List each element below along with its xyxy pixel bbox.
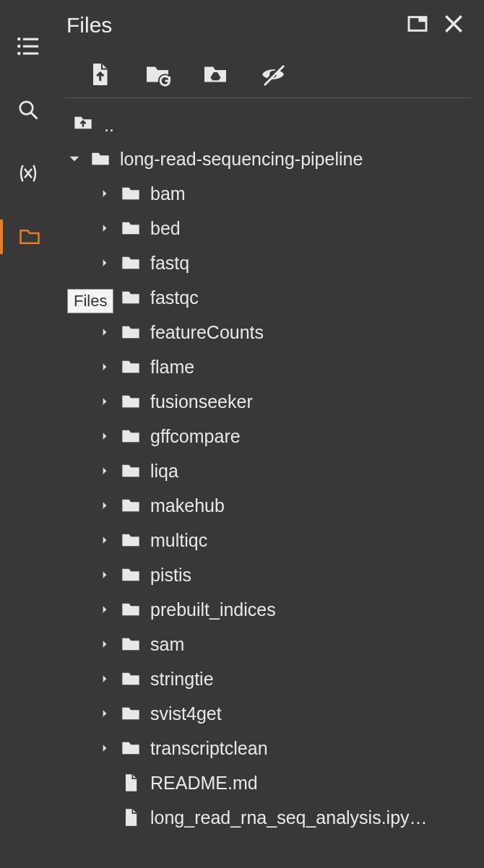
variables-icon	[17, 162, 39, 184]
folder-icon	[120, 599, 142, 620]
folder-icon	[120, 669, 142, 689]
folder-icon	[90, 149, 111, 169]
chevron-right-icon	[98, 570, 111, 579]
refresh-button[interactable]	[144, 61, 170, 87]
folder-icon	[120, 322, 142, 342]
chevron-right-icon	[98, 259, 111, 267]
folder-row[interactable]: multiqc	[98, 523, 471, 557]
folder-row[interactable]: makehub	[98, 488, 471, 523]
folder-row[interactable]: bam	[98, 176, 471, 211]
mount-drive-button[interactable]	[202, 61, 228, 87]
search-icon	[17, 99, 39, 121]
folder-row[interactable]: sam	[98, 627, 471, 661]
parent-label: ..	[104, 115, 114, 136]
folder-up-icon	[72, 113, 94, 137]
tree-item-label: featureCounts	[150, 322, 264, 343]
panel-title: Files	[66, 13, 112, 38]
svg-rect-9	[418, 17, 426, 22]
upload-button[interactable]	[87, 61, 113, 87]
tree-item-label: makehub	[150, 495, 225, 516]
variables-button[interactable]	[0, 156, 56, 191]
close-panel-button[interactable]	[442, 12, 465, 38]
folder-icon	[120, 495, 142, 516]
folder-row[interactable]: pistis	[98, 557, 471, 592]
tree-item-label: bed	[150, 218, 181, 239]
sidebar-tooltip: Files	[67, 289, 113, 313]
folder-icon	[120, 183, 142, 204]
close-icon	[442, 12, 465, 35]
chevron-right-icon	[98, 466, 111, 475]
folder-row[interactable]: bed	[98, 211, 471, 246]
chevron-right-icon	[98, 397, 111, 406]
folder-row[interactable]: liqa	[98, 453, 471, 488]
chevron-right-icon	[98, 674, 111, 683]
folder-row[interactable]: fusionseeker	[98, 384, 471, 419]
toc-icon	[16, 34, 40, 58]
svg-rect-5	[23, 53, 38, 55]
tree-item-label: prebuilt_indices	[150, 599, 276, 620]
file-icon	[120, 807, 142, 828]
tree-item-label: liqa	[150, 461, 178, 482]
root-folder-label: long-read-sequencing-pipeline	[120, 149, 363, 170]
chevron-right-icon	[98, 744, 111, 752]
chevron-right-icon	[98, 536, 111, 544]
chevron-right-icon	[98, 501, 111, 510]
folder-icon	[120, 218, 142, 238]
folder-icon	[120, 357, 142, 377]
tree-item-label: svist4get	[150, 703, 222, 724]
tree-item-label: long_read_rna_seq_analysis.ipy…	[150, 807, 428, 828]
folder-icon	[120, 703, 142, 724]
tree-item-label: pistis	[150, 565, 191, 586]
popout-button[interactable]	[406, 12, 429, 38]
folder-row[interactable]: svist4get	[98, 696, 471, 731]
folder-row[interactable]: gffcompare	[98, 419, 471, 453]
root-folder-row[interactable]: long-read-sequencing-pipeline	[68, 142, 471, 176]
file-row[interactable]: README.md	[98, 765, 471, 800]
file-tree: .. long-read-sequencing-pipeline bambedf…	[56, 98, 471, 835]
svg-point-2	[17, 45, 21, 48]
chevron-right-icon	[98, 605, 111, 614]
refresh-folder-icon	[144, 61, 170, 87]
table-of-contents-button[interactable]	[0, 29, 56, 64]
folder-icon	[120, 738, 142, 758]
folder-icon	[120, 565, 142, 585]
search-button[interactable]	[0, 92, 56, 127]
folder-row[interactable]: prebuilt_indices	[98, 592, 471, 627]
chevron-right-icon	[98, 224, 111, 233]
folder-icon	[120, 391, 142, 412]
chevron-down-icon	[68, 153, 81, 165]
popout-icon	[406, 12, 429, 35]
chevron-right-icon	[98, 432, 111, 440]
folder-row[interactable]: stringtie	[98, 661, 471, 696]
chevron-right-icon	[98, 363, 111, 371]
folder-row[interactable]: featureCounts	[98, 315, 471, 350]
chevron-right-icon	[98, 640, 111, 648]
tree-item-label: flame	[150, 357, 194, 378]
folder-icon	[120, 530, 142, 550]
svg-point-4	[17, 52, 21, 56]
chevron-right-icon	[98, 328, 111, 337]
tree-item-label: fusionseeker	[150, 391, 253, 412]
folder-row[interactable]: transcriptclean	[98, 731, 471, 765]
folder-icon	[120, 287, 142, 308]
file-icon	[120, 773, 142, 793]
drive-folder-icon	[202, 61, 228, 87]
files-tab-button[interactable]	[0, 220, 56, 254]
folder-icon	[120, 426, 142, 446]
hidden-eye-icon	[260, 61, 286, 87]
upload-file-icon	[87, 61, 113, 87]
folder-row[interactable]: flame	[98, 350, 471, 384]
toggle-hidden-button[interactable]	[260, 61, 286, 87]
svg-rect-1	[23, 38, 38, 40]
tree-item-label: gffcompare	[150, 426, 241, 447]
folder-icon	[19, 226, 40, 248]
svg-point-6	[20, 102, 33, 115]
parent-directory-row[interactable]: ..	[68, 108, 471, 142]
folder-row[interactable]: fastqc	[98, 280, 471, 315]
folder-row[interactable]: fastq	[98, 246, 471, 280]
tree-item-label: bam	[150, 183, 186, 204]
tree-item-label: fastq	[150, 253, 189, 274]
file-row[interactable]: long_read_rna_seq_analysis.ipy…	[98, 800, 471, 835]
tree-item-label: sam	[150, 634, 184, 655]
files-panel: Files	[56, 0, 484, 868]
